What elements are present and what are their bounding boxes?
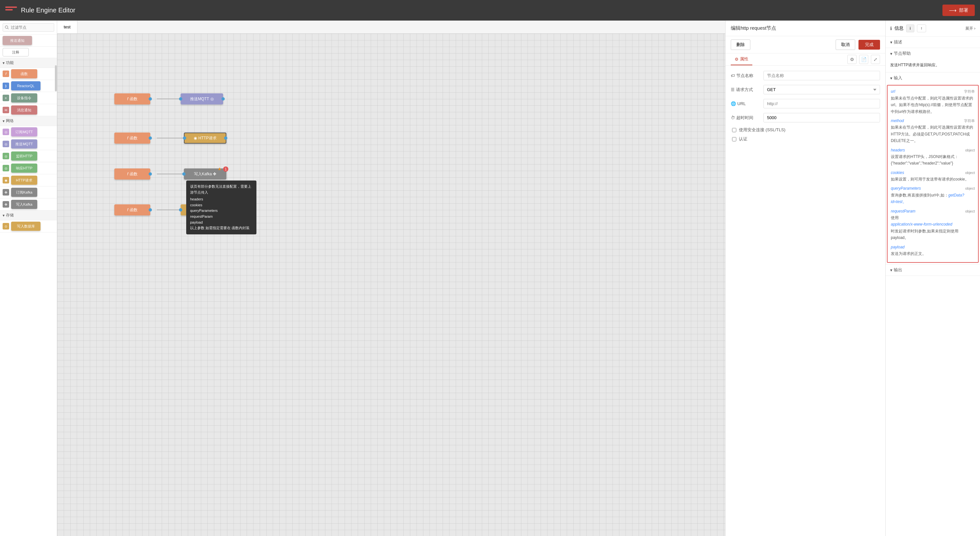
settings-icon-btn[interactable]: ⚙ (847, 55, 856, 64)
edit-panel-actions: 删除 取消 完成 (725, 36, 885, 54)
ssl-label: 使用安全连接 (SSL/TLS) (739, 127, 785, 133)
param-cookies-name: cookies (891, 170, 904, 176)
info-tab-i[interactable]: i (906, 24, 914, 32)
section-network[interactable]: ▾ 网络 (0, 116, 57, 126)
section-output-title[interactable]: ▾ 输出 (886, 265, 980, 276)
delete-button[interactable]: 删除 (731, 40, 750, 50)
canvas-area: test f 函数 推送MQTT (57, 21, 725, 536)
section-storage[interactable]: ▾ 存储 (0, 211, 57, 220)
param-cookies-row: cookies object (891, 170, 975, 176)
edit-tab-icons: ⚙ 📄 ⤢ (847, 55, 880, 64)
param-headers-name: headers (891, 147, 905, 154)
section-describe-title[interactable]: ▾ 描述 (886, 36, 980, 48)
tag-icon: 🏷 (731, 73, 735, 78)
ssl-row: 使用安全连接 (SSL/TLS) (731, 127, 880, 133)
comment-node[interactable]: 注释 (3, 48, 29, 57)
param-method-row: method 字符串 (891, 117, 975, 124)
sidebar-db-write-node[interactable]: 写入数据库 (11, 222, 40, 231)
flow-node-http-req[interactable]: ◉ HTTP请求 (184, 133, 226, 144)
sidebar-device-cmd-node[interactable]: 设备指令 (11, 94, 37, 103)
param-reqparam-row: requestParam object (891, 208, 975, 214)
chevron-help-icon: ▾ (890, 51, 892, 56)
flow-node-mqtt-push[interactable]: 推送MQTT ◎ (181, 94, 223, 105)
filter-input[interactable] (3, 23, 54, 32)
doc-icon-btn[interactable]: 📄 (859, 55, 868, 64)
sidebar-http-listen-node[interactable]: 监听HTTP (11, 151, 37, 160)
info-section-node-help: ▾ 节点帮助 发送HTTP请求并返回响应。 (886, 48, 980, 73)
tooltip-header: 该页有部分参数无法直接配置，需要上游节点传入 (190, 184, 253, 195)
port-right-5[interactable] (149, 172, 152, 176)
sidebar-func-node[interactable]: 函数 (11, 69, 37, 78)
section-function[interactable]: ▾ 功能 (0, 58, 57, 68)
node-name-label: 🏷 节点名称 (731, 73, 760, 79)
timeout-input[interactable]: 5000 (764, 113, 880, 122)
info-expand-btn[interactable]: 展开 › (965, 26, 975, 31)
sidebar-http-req-node[interactable]: HTTP请求 (11, 176, 37, 185)
deploy-button[interactable]: ⟶ 部署 (942, 5, 975, 16)
flow-node-kafka-write[interactable]: 写入Kafka ✤ 1 ▲ (184, 168, 226, 179)
form-row-url: 🌐 URL (731, 99, 880, 108)
sidebar-kafka-sub-node[interactable]: 订阅Kafka (11, 188, 37, 197)
flow-node-func3[interactable]: f 函数 (115, 168, 150, 179)
url-label: 🌐 URL (731, 101, 760, 106)
port-right-1[interactable] (149, 97, 152, 100)
sidebar-msg-notify-node[interactable]: 消息通知 (11, 105, 37, 114)
url-input[interactable] (764, 99, 880, 108)
port-right-3[interactable] (149, 136, 152, 140)
param-reqparam-extra: application/x-www-form-urlencoded (891, 222, 952, 227)
sidebar-scrollbar[interactable] (55, 65, 57, 91)
kafka-sub-row: ✤ 订阅Kafka (0, 186, 57, 198)
header-left: Rule Engine Editor (5, 6, 75, 14)
sidebar: 推送通知 注释 ▾ 功能 f 函数 ⟫ ReactorQL ≡ 设备指令 (0, 21, 57, 536)
flow-node-func1[interactable]: f 函数 (115, 94, 150, 105)
flow-node-func2[interactable]: f 函数 (115, 133, 150, 144)
header: Rule Engine Editor ⟶ 部署 (0, 0, 980, 21)
param-queryparam-desc: 查询参数,将直接拼接到url中,如：getData?id=test。 (891, 192, 975, 205)
ssl-checkbox[interactable] (732, 128, 736, 132)
done-button[interactable]: 完成 (859, 40, 880, 50)
form-row-timeout: ⏱ 超时时间 5000 (731, 113, 880, 122)
expand-icon-btn[interactable]: ⤢ (871, 55, 880, 64)
info-panel-title: 信息 (894, 25, 904, 31)
edit-panel-title: 编辑http request节点 (731, 25, 776, 31)
section-node-help-title[interactable]: ▾ 节点帮助 (886, 48, 980, 59)
info-tab-arrow[interactable]: ↑ (917, 24, 926, 32)
node-name-input[interactable] (764, 71, 880, 80)
chevron-down-icon-2: ▾ (3, 119, 5, 124)
info-section-describe: ▾ 描述 (886, 36, 980, 48)
info-panel-header: ℹ 信息 i ↑ 展开 › (886, 21, 980, 36)
info-section-input: ▾ 输入 url 字符串 如果未在节点中配置，则此可选属性设置请求的url。如果… (886, 73, 980, 265)
port-left-2[interactable] (179, 97, 182, 100)
flow-node-func4[interactable]: f 函数 (115, 205, 150, 216)
deploy-icon: ⟶ (949, 7, 956, 13)
canvas-tab-test[interactable]: test (57, 21, 78, 33)
port-left-8[interactable] (179, 208, 182, 211)
tooltip-param-cookies: cookies (190, 202, 253, 208)
section-input-title[interactable]: ▾ 输入 (886, 73, 980, 84)
method-select[interactable]: GET POST PUT DELETE PATCH (764, 85, 880, 94)
sidebar-pushdown-node[interactable]: 推送通知 (3, 36, 32, 45)
sidebar-http-resp-node[interactable]: 响应HTTP (11, 163, 37, 173)
globe-icon: 🌐 (731, 101, 736, 106)
param-reqparam-name: requestParam (891, 208, 915, 214)
tooltip-note: 以上参数 如需指定需要在 函数内封装 (190, 225, 253, 231)
mqtt-push-row: ◎ 推送MQTT (0, 138, 57, 150)
canvas-background[interactable]: f 函数 推送MQTT ◎ f 函数 ◉ HTTP请求 (57, 33, 725, 536)
sidebar-reactor-node[interactable]: ReactorQL (11, 81, 40, 90)
error-badge: 1 (223, 167, 228, 172)
func-icon-1: f (127, 97, 128, 101)
port-left-4[interactable] (183, 136, 186, 140)
sidebar-mqtt-sub-node[interactable]: 订阅MQTT (11, 127, 37, 136)
port-right-7[interactable] (149, 208, 152, 211)
cancel-button[interactable]: 取消 (835, 40, 855, 50)
port-left-6[interactable] (182, 172, 186, 176)
func-icon-2: f (127, 136, 128, 140)
info-panel: ℹ 信息 i ↑ 展开 › ▾ 描述 ▾ 节点帮助 (885, 21, 980, 536)
auth-checkbox[interactable] (732, 137, 736, 141)
tooltip-param-payload: payload (190, 220, 253, 225)
port-right-4[interactable] (224, 136, 228, 140)
sidebar-mqtt-push-node[interactable]: 推送MQTT (11, 140, 37, 149)
port-right-2[interactable] (221, 97, 225, 100)
tab-properties[interactable]: ⚙ 属性 (731, 54, 752, 65)
sidebar-kafka-write-node[interactable]: 写入Kafka (11, 200, 37, 209)
